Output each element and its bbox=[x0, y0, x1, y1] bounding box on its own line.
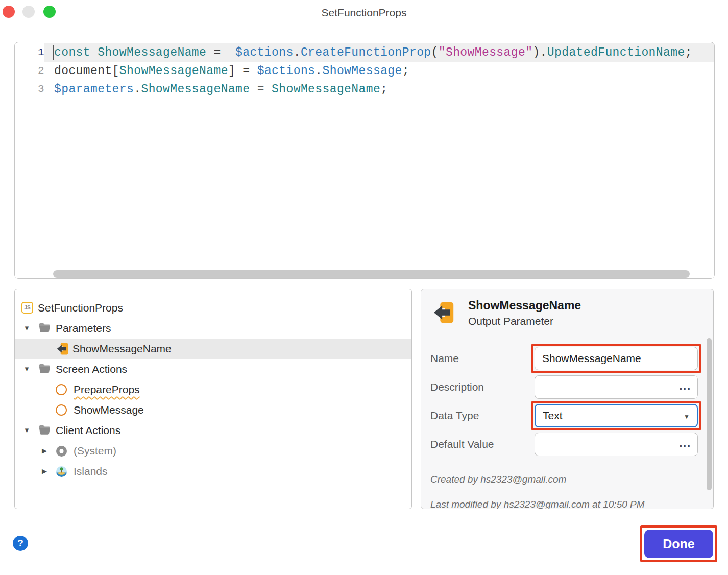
tree-item-parameters[interactable]: ▼ Parameters bbox=[15, 318, 411, 339]
vertical-scrollbar[interactable] bbox=[707, 338, 712, 490]
open-description-editor-button[interactable]: ... bbox=[679, 380, 691, 392]
horizontal-scrollbar[interactable] bbox=[53, 270, 690, 278]
code-token: . bbox=[540, 46, 547, 59]
folder-icon bbox=[38, 322, 51, 336]
tree-item-label: PrepareProps bbox=[74, 384, 140, 396]
question-mark-icon: ? bbox=[17, 538, 23, 549]
islands-library-icon bbox=[56, 466, 67, 480]
line-number: 1 bbox=[15, 43, 44, 62]
folder-icon bbox=[38, 363, 51, 377]
screen-action-icon bbox=[56, 384, 67, 395]
code-line-content: document[ShowMessageName] = $actions.Sho… bbox=[54, 62, 409, 80]
code-token: ShowMessageName bbox=[141, 83, 250, 96]
tree-item-system[interactable]: ▶ (System) bbox=[15, 441, 411, 461]
code-token: . bbox=[315, 64, 322, 78]
code-token: = bbox=[206, 46, 235, 59]
tree-item-prepareprops[interactable]: PrepareProps bbox=[15, 379, 411, 400]
description-field[interactable]: ... bbox=[535, 375, 698, 399]
done-button[interactable]: Done bbox=[644, 530, 713, 558]
tree-item-showmessage[interactable]: ShowMessage bbox=[15, 400, 411, 420]
description-label: Description bbox=[430, 381, 484, 393]
code-token: ShowMessageName bbox=[119, 64, 228, 78]
code-token: $parameters bbox=[54, 83, 134, 96]
tree-item-label: Parameters bbox=[56, 322, 111, 334]
tree-item-label: SetFunctionProps bbox=[38, 302, 123, 314]
code-line-content: const ShowMessageName = $actions.CreateF… bbox=[54, 43, 692, 62]
code-token: "ShowMessage" bbox=[439, 46, 533, 59]
chevron-right-icon[interactable]: ▶ bbox=[42, 447, 47, 454]
tree-item-label: ShowMessageName bbox=[72, 343, 172, 355]
chevron-down-icon[interactable]: ▼ bbox=[23, 366, 30, 373]
data-type-select[interactable]: Text ▼ bbox=[535, 404, 698, 427]
code-token: ( bbox=[431, 46, 439, 59]
output-parameter-icon bbox=[432, 301, 456, 326]
window-titlebar: SetFunctionProps bbox=[0, 0, 728, 25]
window-title: SetFunctionProps bbox=[0, 7, 728, 19]
code-token: ; bbox=[685, 46, 692, 59]
created-by-text: Created by hs2323@gmail.com bbox=[430, 474, 566, 485]
tree-item-label: Screen Actions bbox=[56, 363, 127, 375]
divider bbox=[430, 467, 704, 467]
code-token: ; bbox=[380, 83, 387, 96]
open-default-value-editor-button[interactable]: ... bbox=[679, 437, 691, 449]
code-token: $actions bbox=[235, 46, 294, 59]
code-line-content: $parameters.ShowMessageName = ShowMessag… bbox=[54, 80, 387, 99]
tree-item-label: (System) bbox=[74, 445, 116, 457]
code-token: ] = bbox=[228, 64, 257, 78]
system-library-icon bbox=[56, 445, 67, 460]
code-token: UpdatedFunctionName bbox=[547, 46, 685, 59]
inspector-title: ShowMessageName bbox=[468, 299, 581, 313]
default-value-label: Default Value bbox=[430, 438, 494, 450]
name-label: Name bbox=[430, 352, 459, 365]
dropdown-caret-icon: ▼ bbox=[684, 413, 690, 420]
code-token: document[ bbox=[54, 64, 119, 78]
code-token: const ShowMessageName bbox=[54, 46, 206, 59]
tree-item-setfunctionprops[interactable]: JS SetFunctionProps bbox=[15, 298, 411, 318]
js-file-icon: JS bbox=[21, 302, 33, 314]
code-line[interactable]: 3 $parameters.ShowMessageName = ShowMess… bbox=[15, 80, 714, 99]
divider bbox=[430, 337, 704, 337]
tree-item-showmessagename[interactable]: ShowMessageName bbox=[15, 339, 411, 359]
chevron-down-icon[interactable]: ▼ bbox=[23, 325, 30, 332]
code-token: ShowMessage bbox=[323, 64, 402, 78]
code-token: ; bbox=[402, 64, 409, 78]
code-line[interactable]: 1 const ShowMessageName = $actions.Creat… bbox=[15, 43, 714, 62]
data-type-label: Data Type bbox=[430, 410, 479, 422]
code-token: ShowMessageName bbox=[272, 83, 380, 96]
code-token: ) bbox=[532, 46, 540, 59]
help-button[interactable]: ? bbox=[13, 536, 28, 551]
tree-item-client-actions[interactable]: ▼ Client Actions bbox=[15, 420, 411, 441]
chevron-right-icon[interactable]: ▶ bbox=[42, 468, 47, 475]
inspector-subtitle: Output Parameter bbox=[468, 315, 553, 327]
line-number: 3 bbox=[15, 80, 44, 99]
screen-action-icon bbox=[56, 404, 67, 416]
default-value-field[interactable]: ... bbox=[535, 433, 698, 456]
name-field[interactable]: ShowMessageName bbox=[535, 347, 698, 370]
tree-item-islands[interactable]: ▶ Islands bbox=[15, 461, 411, 482]
code-token: = bbox=[250, 83, 272, 96]
output-parameter-icon bbox=[56, 342, 69, 358]
tree-item-label: Islands bbox=[74, 465, 108, 477]
tree-item-screen-actions[interactable]: ▼ Screen Actions bbox=[15, 359, 411, 379]
code-editor[interactable]: 1 const ShowMessageName = $actions.Creat… bbox=[14, 42, 715, 279]
code-token: CreateFunctionProp bbox=[301, 46, 431, 59]
tree-item-label: Client Actions bbox=[56, 424, 120, 437]
name-field-value: ShowMessageName bbox=[542, 352, 641, 365]
action-tree-panel: JS SetFunctionProps ▼ Parameters ShowMes… bbox=[14, 289, 412, 509]
code-token: . bbox=[134, 83, 141, 96]
tree-item-label: ShowMessage bbox=[74, 404, 144, 416]
code-token: $actions bbox=[257, 64, 316, 78]
code-token: . bbox=[294, 46, 301, 59]
chevron-down-icon[interactable]: ▼ bbox=[23, 427, 30, 434]
data-type-selected-value: Text bbox=[543, 410, 563, 422]
annotation-red-box: Done bbox=[640, 525, 717, 562]
last-modified-text: Last modified by hs2323@gmail.com at 10:… bbox=[430, 499, 645, 509]
line-number: 2 bbox=[15, 62, 44, 80]
code-line[interactable]: 2 document[ShowMessageName] = $actions.S… bbox=[15, 62, 714, 80]
folder-icon bbox=[38, 424, 51, 438]
parameter-inspector-panel: ShowMessageName Output Parameter Name Sh… bbox=[421, 289, 714, 509]
